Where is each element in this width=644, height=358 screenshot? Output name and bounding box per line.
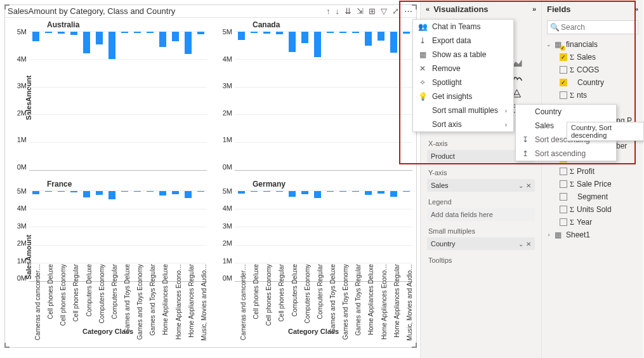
bar[interactable] [301,32,308,43]
collapse-panel-icon[interactable]: « [426,5,430,13]
plot-area[interactable]: 5M4M3M2M1M0M [28,32,207,171]
drill-up-icon[interactable]: ↑ [326,6,331,16]
fields-search[interactable]: 🔍 [547,20,638,34]
bar[interactable] [172,32,179,41]
pill-remove-icon[interactable]: ✕ [525,241,532,248]
field-row[interactable]: Σnts [546,89,640,102]
search-input[interactable] [560,22,644,32]
caret-icon[interactable]: ⌄ [546,41,552,48]
bar[interactable] [185,191,192,198]
field-row[interactable]: Segment [546,190,640,203]
bar[interactable] [289,32,296,52]
bar[interactable] [45,32,52,33]
bar[interactable] [134,32,141,33]
bar[interactable] [251,32,258,33]
bar[interactable] [263,32,270,34]
field-row[interactable]: ✓Country [546,76,640,89]
bar[interactable] [390,191,397,197]
bar[interactable] [352,32,359,33]
bar[interactable] [276,32,283,34]
field-row[interactable]: ΣYear [546,216,640,229]
caret-icon[interactable]: › [546,232,552,238]
expand-next-icon[interactable]: ⇲ [357,6,364,16]
bar[interactable] [403,191,410,192]
focus-mode-icon[interactable]: ⤢ [392,6,399,16]
pill-remove-icon[interactable]: ✕ [525,182,532,189]
field-checkbox[interactable] [560,66,567,74]
bar[interactable] [58,191,65,192]
field-checkbox[interactable] [560,193,567,201]
bar[interactable] [314,32,321,57]
bar[interactable] [83,32,90,53]
field-checkbox[interactable] [560,218,567,226]
field-checkbox[interactable]: ✓ [560,79,567,86]
bar[interactable] [251,191,258,192]
bar[interactable] [365,191,372,195]
bar[interactable] [378,191,384,194]
bar[interactable] [365,32,372,46]
field-checkbox[interactable] [560,168,567,175]
bar[interactable] [96,191,103,195]
bar[interactable] [159,191,166,196]
report-canvas[interactable]: SalesAmount by Category, Class and Count… [4,4,417,348]
bar[interactable] [147,191,154,192]
context-menu-item[interactable]: 👥Chat in Teams [413,20,513,34]
bar[interactable] [327,191,334,192]
bar[interactable] [70,191,77,192]
bar[interactable] [378,32,384,41]
resize-handle-tr[interactable] [412,4,417,10]
pill-dropdown-icon[interactable]: ⌄ [517,182,525,189]
bar[interactable] [32,191,39,194]
bar[interactable] [390,32,397,53]
bar[interactable] [185,32,192,54]
bar[interactable] [339,32,346,33]
bar[interactable] [403,32,410,34]
context-menu-item[interactable]: 💡Get insights [413,90,513,103]
legend-dropzone[interactable]: Add data fields here [427,208,535,221]
bar[interactable] [238,191,245,194]
context-menu-item[interactable]: ⤓Export data [413,34,513,48]
bar[interactable] [121,32,128,33]
field-checkbox[interactable] [560,91,567,99]
field-row[interactable]: ✓ΣSales [546,51,640,63]
context-menu-item[interactable]: Sort axis› [413,117,513,131]
bar[interactable] [70,32,77,35]
pill-dropdown-icon[interactable]: ⌄ [517,241,525,248]
bar[interactable] [134,191,141,192]
resize-handle-bl[interactable] [4,343,10,348]
field-row[interactable]: ΣProfit [546,165,640,178]
bar[interactable] [339,191,346,192]
bar[interactable] [121,191,128,192]
resize-handle-br[interactable] [412,343,417,348]
bar[interactable] [45,191,52,192]
bar[interactable] [238,32,245,40]
bar[interactable] [108,32,115,59]
bar[interactable] [159,32,166,47]
table-row[interactable]: ⌄▦✓financials [546,38,640,51]
bar[interactable] [197,191,204,192]
bar[interactable] [172,191,179,194]
expand-panel-icon[interactable]: » [634,5,638,13]
context-menu-item[interactable]: Country [516,105,616,119]
bar[interactable] [263,191,270,192]
expand-all-icon[interactable]: ⇊ [345,6,352,16]
bar[interactable] [197,32,204,34]
bar[interactable] [58,32,65,34]
bar[interactable] [276,191,283,192]
drill-down-icon[interactable]: ↓ [336,6,340,16]
context-menu-item[interactable]: Sort small multiples› [413,103,513,117]
field-row[interactable]: ΣSale Price [546,178,640,190]
bar[interactable] [96,32,103,44]
yaxis-pill[interactable]: Sales ⌄ ✕ [427,179,535,192]
drill-through-icon[interactable]: ⊞ [369,6,376,16]
bar[interactable] [83,191,90,197]
expand-panel-icon[interactable]: » [532,5,536,13]
field-checkbox[interactable] [560,206,567,213]
small-multiples-pill[interactable]: Country ⌄ ✕ [427,237,535,250]
bar[interactable] [32,32,39,41]
bar[interactable] [301,191,308,194]
field-checkbox[interactable] [560,180,567,188]
bar[interactable] [327,32,334,33]
context-menu-item[interactable]: ✧Spotlight [413,76,513,90]
visual-context-menu[interactable]: 👥Chat in Teams⤓Export data▦Show as a tab… [412,19,514,132]
